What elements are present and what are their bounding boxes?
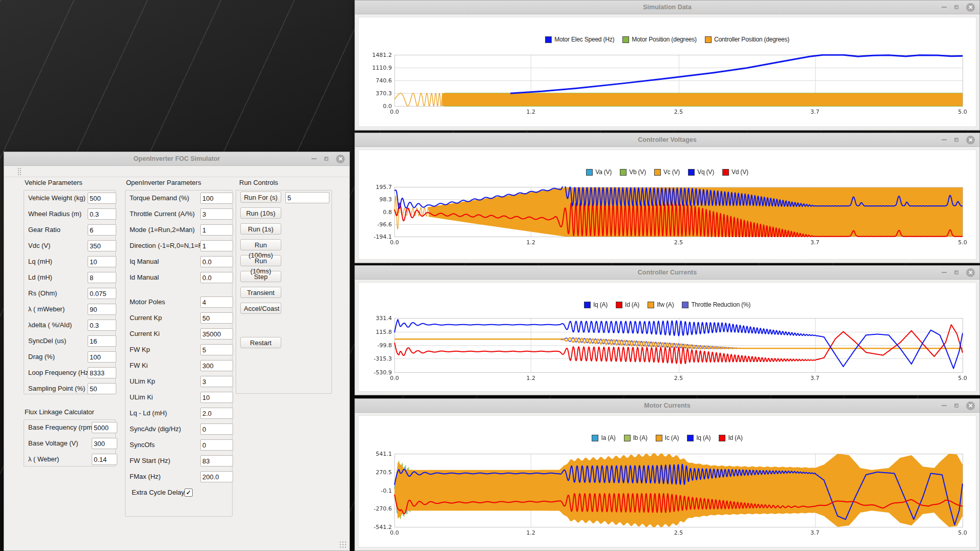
mweber-input[interactable] [88,304,116,315]
fw-kp-input[interactable] [200,344,233,355]
close-icon[interactable]: ✕ [336,155,345,163]
run-100ms-button[interactable]: Run (100ms) [240,239,281,250]
motor-poles-input[interactable] [200,296,233,308]
minimize-icon[interactable] [942,139,947,140]
vehicle-weight-kg-input[interactable] [88,193,116,204]
delta-aid-input[interactable] [88,320,116,331]
extra-cycle-delay-checkbox[interactable]: ✓ [184,489,193,497]
chart-titlebar[interactable]: Controller Currents ✕ [355,266,979,280]
restore-icon[interactable] [954,138,958,142]
minimize-icon[interactable] [942,7,947,8]
fw-start-hz-input[interactable] [200,455,233,467]
loop-frequency-hz-input[interactable] [88,367,116,378]
ld-mh-input[interactable] [88,272,116,283]
fw-ki-input[interactable] [200,360,233,371]
chart-area: Motor Elec Speed (Hz)Motor Position (deg… [358,17,976,127]
field-label-wheel-radius-m: Wheel Radius (m) [28,208,81,220]
weber-input[interactable] [92,454,117,465]
wheel-radius-m-input[interactable] [88,208,116,220]
chart-area: Ia (A)Ib (A)Ic (A)Iq (A)Id (A) [358,415,976,547]
run-10s-button[interactable]: Run (10s) [240,207,281,219]
syncofs-input[interactable] [200,439,233,451]
field-label-id-manual: Id Manual [130,272,159,283]
openinverter-parameters-frame: Torque Demand (%)Throttle Current (A/%)M… [125,190,233,517]
field-label-lq-mh: Lq (mH) [28,256,52,267]
toolbar-grip-icon[interactable] [17,167,22,175]
field-row: SyncOfs [130,439,228,451]
id-manual-input[interactable] [200,272,233,283]
torque-demand-input[interactable] [200,193,233,204]
syncadv-dig-hz-input[interactable] [200,423,233,435]
field-label-direction-1-r-0-n-1-f: Direction (-1=R,0=N,1=F) [130,240,204,251]
close-icon[interactable]: ✕ [966,268,975,277]
chart-area: Iq (A)Id (A)Ifw (A)Throttle Reduction (%… [358,282,976,392]
iq-manual-input[interactable] [200,256,233,267]
field-row: Base Frequency (rpm) [28,422,111,433]
direction-1-r-0-n-1-f-input[interactable] [200,240,233,251]
field-row: Vehicle Weight (kg) [28,193,111,204]
chart-titlebar[interactable]: Controller Voltages ✕ [355,133,979,147]
fmax-hz-input[interactable] [200,471,233,482]
run-10ms-button[interactable]: Run (10ms) [240,255,281,266]
current-kp-input[interactable] [200,312,233,324]
run-for-s-button[interactable]: Run For (s) [240,192,281,203]
minimize-icon[interactable] [942,272,947,273]
field-row: Torque Demand (%) [130,193,228,204]
transient-button[interactable]: Transient [240,287,281,298]
lq-mh-input[interactable] [88,256,116,267]
field-label-ulim-kp: ULim Kp [130,376,155,387]
chart-titlebar[interactable]: Simulation Data ✕ [355,1,979,14]
chart-canvas-motor-currents [359,416,977,547]
section-title-run: Run Controls [239,179,278,186]
chart-canvas-controller-currents [359,283,977,391]
field-label-vdc-v: Vdc (V) [28,240,50,251]
ulim-kp-input[interactable] [200,376,233,387]
restore-icon[interactable] [324,157,328,161]
resize-grip-icon[interactable] [339,541,347,548]
chart-window-motor-currents: Motor Currents ✕ Ia (A)Ib (A)Ic (A)Iq (A… [355,398,980,551]
throttle-current-a-input[interactable] [200,208,233,220]
close-icon[interactable]: ✕ [966,401,975,410]
field-label-sampling-point: Sampling Point (%) [28,383,85,394]
field-label-motor-poles: Motor Poles [130,296,165,308]
rs-ohm-input[interactable] [88,288,116,299]
field-label-iq-manual: Iq Manual [130,256,159,267]
current-ki-input[interactable] [200,328,233,340]
drag-input[interactable] [88,351,116,363]
field-label-ld-mh: Ld (mH) [28,272,52,283]
gear-ratio-input[interactable] [88,224,116,236]
restore-icon[interactable] [954,404,958,408]
field-label-current-kp: Current Kp [130,312,162,324]
field-row: Id Manual [130,272,228,283]
field-row: Rs (Ohm) [28,288,111,299]
window-title: Controller Voltages [355,133,979,146]
run-for-seconds-input[interactable] [285,192,329,203]
mode-1-run-2-man-input[interactable] [200,224,233,236]
accel-coast-button[interactable]: Accel/Coast [240,303,281,314]
window-title: Motor Currents [355,399,979,412]
close-icon[interactable]: ✕ [966,136,975,144]
ulim-ki-input[interactable] [200,392,233,403]
minimize-icon[interactable] [311,158,317,159]
lq-ld-mh-input[interactable] [200,408,233,419]
chart-titlebar[interactable]: Motor Currents ✕ [355,399,979,413]
restore-icon[interactable] [954,5,958,9]
field-row: Sampling Point (%) [28,383,111,394]
run-1s-button[interactable]: Run (1s) [240,223,281,235]
field-label-torque-demand: Torque Demand (%) [130,193,189,204]
restore-icon[interactable] [954,270,958,274]
toolbar [4,166,349,177]
simulator-titlebar[interactable]: OpenInverter FOC Simulator ✕ [4,152,349,166]
base-voltage-v-input[interactable] [92,438,117,449]
field-label-fw-start-hz: FW Start (Hz) [130,455,170,467]
step-button[interactable]: Step [240,271,281,282]
field-label-lq-ld-mh: Lq - Ld (mH) [130,408,167,419]
minimize-icon[interactable] [942,405,947,406]
field-row: Lq (mH) [28,256,111,267]
close-icon[interactable]: ✕ [966,3,975,12]
syncdel-us-input[interactable] [88,335,116,347]
sampling-point-input[interactable] [88,383,116,394]
base-frequency-rpm-input[interactable] [92,422,117,433]
restart-button[interactable]: Restart [240,337,281,348]
vdc-v-input[interactable] [88,240,116,251]
